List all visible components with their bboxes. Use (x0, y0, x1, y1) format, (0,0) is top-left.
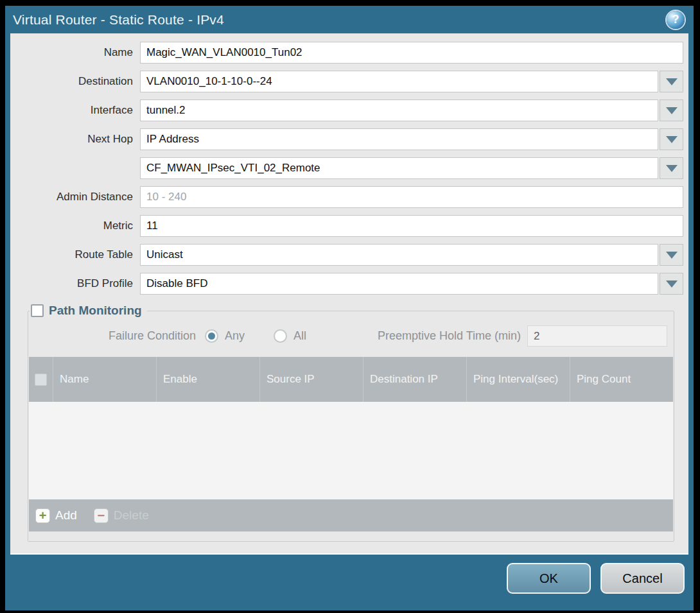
bfd-profile-label: BFD Profile (17, 277, 140, 290)
delete-button-label: Delete (114, 508, 149, 522)
metric-input[interactable] (140, 215, 683, 237)
failure-condition-all-radio[interactable] (274, 329, 287, 343)
chevron-down-icon (666, 136, 678, 143)
static-route-dialog: Virtual Router - Static Route - IPv4 ? N… (5, 6, 694, 610)
next-hop-address-dropdown-button[interactable] (660, 157, 683, 179)
chevron-down-icon (666, 165, 678, 172)
add-button-label: Add (55, 508, 77, 522)
next-hop-dropdown-button[interactable] (660, 128, 683, 150)
route-table-label: Route Table (17, 248, 140, 261)
interface-row: Interface (17, 99, 683, 121)
minus-icon: − (94, 508, 109, 523)
select-all-cell (29, 357, 53, 402)
name-label: Name (17, 46, 140, 59)
failure-condition-row: Failure Condition Any All Preemptive Hol… (28, 325, 667, 347)
name-row: Name (17, 42, 683, 64)
bfd-profile-select[interactable] (140, 273, 658, 295)
preemptive-hold-time-label: Preemptive Hold Time (min) (378, 329, 527, 343)
chevron-down-icon (666, 252, 678, 259)
destination-row: Destination (17, 71, 683, 92)
next-hop-row: Next Hop (17, 128, 683, 150)
title-bar: Virtual Router - Static Route - IPv4 ? (5, 6, 694, 33)
path-monitoring-legend: Path Monitoring (30, 304, 147, 318)
table-toolbar: + Add − Delete (29, 499, 673, 531)
cancel-button[interactable]: Cancel (600, 563, 685, 594)
column-header-name[interactable]: Name (53, 357, 156, 402)
route-table-row: Route Table (17, 244, 683, 266)
interface-input[interactable] (140, 99, 658, 121)
destination-dropdown-button[interactable] (660, 71, 683, 92)
failure-condition-label: Failure Condition (28, 329, 205, 343)
metric-row: Metric (17, 215, 683, 237)
path-monitoring-section: Path Monitoring Failure Condition Any Al… (28, 304, 674, 542)
plus-icon: + (35, 508, 50, 523)
table-header-row: Name Enable Source IP Destination IP Pin… (29, 357, 673, 402)
path-monitoring-title: Path Monitoring (49, 304, 142, 318)
column-header-ping-count[interactable]: Ping Count (570, 357, 673, 402)
failure-condition-any-radio[interactable] (205, 329, 218, 343)
bfd-profile-dropdown-button[interactable] (660, 273, 683, 295)
dialog-content: Name Destination Interface (10, 33, 688, 555)
name-input[interactable] (140, 42, 683, 64)
column-header-ping-interval[interactable]: Ping Interval(sec) (466, 357, 570, 402)
next-hop-label: Next Hop (17, 133, 140, 146)
destination-input[interactable] (140, 71, 658, 92)
add-button[interactable]: + Add (35, 508, 77, 523)
next-hop-address-row (17, 157, 683, 179)
column-header-enable[interactable]: Enable (156, 357, 259, 402)
next-hop-address-input[interactable] (140, 157, 658, 179)
admin-distance-label: Admin Distance (17, 191, 140, 203)
route-table-dropdown-button[interactable] (660, 244, 683, 266)
route-table-select[interactable] (140, 244, 658, 266)
failure-condition-all-label: All (293, 329, 306, 343)
interface-label: Interface (17, 104, 140, 117)
path-monitoring-table: Name Enable Source IP Destination IP Pin… (29, 357, 673, 531)
help-icon[interactable]: ? (667, 11, 685, 29)
chevron-down-icon (666, 107, 678, 114)
admin-distance-input[interactable] (140, 186, 683, 208)
admin-distance-row: Admin Distance (17, 186, 683, 208)
interface-dropdown-button[interactable] (660, 99, 683, 121)
dialog-footer: OK Cancel (5, 555, 694, 610)
metric-label: Metric (17, 220, 140, 232)
next-hop-select[interactable] (140, 128, 658, 150)
bfd-profile-row: BFD Profile (17, 273, 683, 295)
chevron-down-icon (666, 78, 678, 85)
delete-button[interactable]: − Delete (94, 508, 149, 523)
select-all-checkbox[interactable] (35, 374, 47, 386)
ok-button[interactable]: OK (507, 563, 591, 594)
radio-selected-dot (208, 332, 215, 340)
preemptive-hold-time-input[interactable] (527, 325, 667, 347)
failure-condition-any-label: Any (225, 329, 245, 343)
dialog-title: Virtual Router - Static Route - IPv4 (13, 12, 224, 28)
table-body-empty (29, 402, 673, 499)
path-monitoring-checkbox[interactable] (31, 304, 44, 317)
column-header-source-ip[interactable]: Source IP (259, 357, 363, 402)
chevron-down-icon (666, 281, 678, 288)
destination-label: Destination (17, 75, 140, 88)
column-header-destination-ip[interactable]: Destination IP (363, 357, 466, 402)
